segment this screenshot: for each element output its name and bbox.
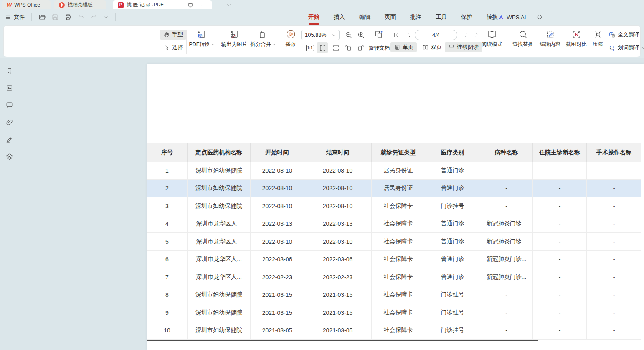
find-replace-icon: [509, 28, 537, 39]
page-number-input[interactable]: 4/4: [415, 30, 457, 40]
table-horizontal-scrollbar[interactable]: [147, 340, 538, 341]
close-tab-icon[interactable]: [198, 0, 207, 9]
menu-tab-保护[interactable]: 保护: [461, 13, 472, 21]
previous-page-button[interactable]: [403, 30, 414, 40]
table-cell: 2022-03-06: [251, 251, 304, 268]
search-menu-icon[interactable]: [536, 14, 543, 21]
open-file-button[interactable]: [38, 13, 46, 21]
pdf-page: 序号定点医药机构名称开始时间结束时间就诊凭证类型医疗类别病种名称住院主诊断名称手…: [147, 64, 644, 350]
table-cell: 社会保障卡: [372, 251, 425, 268]
menu-tab-批注[interactable]: 批注: [410, 13, 421, 21]
tab-document-pdf[interactable]: P 就 医 记 录 .PDF: [113, 0, 212, 9]
save-button[interactable]: [51, 13, 59, 21]
menu-tab-编辑[interactable]: 编辑: [359, 13, 370, 21]
table-cell: 深圳市龙华区人...: [188, 233, 251, 250]
rotate-document-button[interactable]: 旋转文档: [369, 45, 390, 52]
zoom-level-select[interactable]: 105.88%: [301, 30, 340, 40]
menu-tab-插入[interactable]: 插入: [334, 13, 345, 21]
screenshot-compare-label: 截图对比: [566, 41, 587, 48]
column-header: 病种名称: [480, 143, 533, 162]
rotate-right-button[interactable]: [355, 42, 366, 53]
table-cell: 深圳市妇幼保健院: [188, 322, 251, 340]
pdf-convert-button[interactable]: W PDF转换: [187, 28, 217, 48]
table-cell: -: [533, 322, 587, 340]
print-button[interactable]: [64, 13, 72, 21]
first-page-button[interactable]: [390, 30, 401, 40]
table-cell: 新冠肺炎门诊...: [480, 215, 533, 233]
play-button[interactable]: 播放: [281, 28, 300, 48]
table-cell: -: [587, 286, 641, 304]
actual-size-button[interactable]: 1:1: [304, 42, 315, 53]
table-cell: 社会保障卡: [372, 197, 425, 215]
menu-tab-转换[interactable]: 转换: [487, 13, 498, 21]
layers-icon[interactable]: [5, 152, 13, 161]
attachment-icon[interactable]: [5, 118, 13, 126]
table-cell: 2021-03-15: [304, 286, 372, 304]
chevron-down-icon: [272, 43, 276, 46]
screen-share-icon[interactable]: [186, 0, 195, 9]
next-page-button[interactable]: [461, 30, 472, 40]
column-header: 序号: [147, 143, 188, 162]
edit-content-icon: [537, 28, 563, 39]
file-menu-label: 文件: [14, 13, 25, 21]
table-cell: 社会保障卡: [372, 233, 425, 250]
pdf-convert-label: PDF转换: [189, 41, 210, 48]
tab-docer-templates[interactable]: 找稻壳模板: [54, 0, 106, 9]
page-zoom-toggle-icon[interactable]: [373, 29, 384, 40]
table-cell: -: [587, 180, 641, 197]
table-cell: 4: [147, 215, 188, 233]
wps-ai-icon: [498, 14, 505, 20]
double-page-icon: [422, 44, 429, 51]
screenshot-compare-button[interactable]: 截图对比: [563, 28, 589, 48]
table-cell: 普通门诊: [425, 233, 480, 250]
table-cell: -: [533, 180, 587, 197]
reading-mode-button[interactable]: 阅读模式: [480, 28, 504, 48]
table-cell: -: [533, 162, 587, 179]
split-merge-button[interactable]: 拆分合并: [249, 28, 277, 48]
quick-access-more-chevron-icon[interactable]: [103, 15, 109, 20]
menubar: 文件 开始插入编辑页面批注工具保护转换: [0, 9, 644, 25]
continuous-reading-button[interactable]: 连续阅读: [445, 42, 482, 52]
table-cell: 社会保障卡: [372, 304, 425, 322]
rotate-left-button[interactable]: [343, 42, 354, 53]
redo-button[interactable]: [90, 13, 98, 21]
column-header: 结束时间: [304, 143, 372, 162]
thumbnails-icon[interactable]: [5, 84, 13, 92]
full-text-translate-button[interactable]: A 文 全文翻译: [607, 30, 641, 40]
compress-button[interactable]: 压缩: [589, 28, 606, 48]
workspace: 序号定点医药机构名称开始时间结束时间就诊凭证类型医疗类别病种名称住院主诊断名称手…: [0, 58, 644, 350]
signature-icon[interactable]: [5, 135, 13, 143]
menu-tab-开始[interactable]: 开始: [308, 13, 319, 21]
undo-button[interactable]: [77, 13, 85, 21]
export-image-label: 输出为图片: [221, 41, 248, 48]
word-translate-button[interactable]: 文 A 划词翻译: [607, 43, 644, 53]
menu-tab-工具[interactable]: 工具: [436, 13, 447, 21]
comment-icon[interactable]: [5, 101, 13, 109]
zoom-out-button[interactable]: [343, 30, 354, 40]
table-cell: 新冠肺炎门诊...: [480, 233, 533, 250]
file-menu-button[interactable]: 文件: [5, 13, 25, 21]
fit-height-button[interactable]: [317, 42, 328, 53]
zoom-in-button[interactable]: [355, 30, 366, 40]
menu-tab-页面[interactable]: 页面: [385, 13, 396, 21]
fit-height-icon: [319, 44, 327, 52]
table-cell: -: [480, 286, 533, 304]
wps-ai-button[interactable]: WPS AI: [498, 14, 526, 20]
export-image-button[interactable]: 输出为图片: [218, 28, 251, 48]
new-tab-button[interactable]: [215, 0, 224, 9]
fit-width-button[interactable]: [330, 42, 341, 53]
select-tool-label: 选择: [172, 44, 183, 51]
table-cell: 2: [147, 180, 188, 197]
tab-wps-office[interactable]: W WPS Office: [2, 0, 51, 9]
table-cell: 新冠肺炎门诊...: [480, 251, 533, 268]
find-replace-button[interactable]: 查找替换: [509, 28, 537, 48]
single-page-view-button[interactable]: 单页: [390, 42, 417, 52]
table-cell: 2022-03-10: [251, 233, 304, 250]
edit-content-button[interactable]: 编辑内容: [537, 28, 563, 48]
table-cell: -: [533, 268, 587, 286]
select-tool-button[interactable]: 选择: [160, 43, 186, 53]
export-image-icon: [218, 28, 251, 39]
tab-list-chevron-icon[interactable]: [224, 0, 233, 9]
bookmark-icon[interactable]: [5, 66, 13, 75]
hand-tool-button[interactable]: 手型: [160, 30, 186, 40]
